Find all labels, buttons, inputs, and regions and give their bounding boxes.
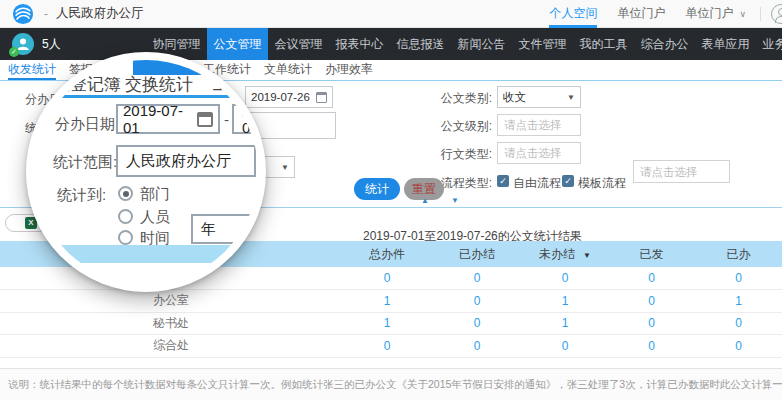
department-name: 综合处 (0, 335, 342, 358)
collapse-down-icon[interactable]: ▼ (451, 196, 459, 205)
stat-value-link[interactable]: 0 (608, 290, 695, 313)
explanation-note: 说明：统计结果中的每个统计数据对每条公文只计算一次。例如统计张三的已办公文《关于… (0, 368, 782, 400)
app-title: 人民政府办公厅 (56, 5, 144, 22)
stat-value-link[interactable]: 0 (608, 335, 695, 358)
magnified-tab-underline (34, 95, 258, 98)
nav-item-form-app[interactable]: 表单应用 (695, 28, 756, 60)
magnified-scope-label: 统计范围: (53, 153, 117, 172)
subtab-doc-stats[interactable]: 文单统计 (264, 60, 312, 80)
department-name: 秘书处 (0, 312, 342, 335)
collapse-up-icon[interactable]: ▲ (421, 196, 429, 205)
column-header-open[interactable]: 未办结▼ (522, 241, 608, 267)
magnifier-lens: 签报登记簿 交换统计 工作统计 分办日期: 2019-07-01 - 2019-… (26, 52, 266, 292)
chevron-down-icon: ▼ (567, 93, 575, 102)
radio-person (118, 209, 133, 224)
template-flow-checkbox[interactable] (562, 175, 574, 187)
nav-item-meeting[interactable]: 会议管理 (268, 28, 329, 60)
stat-value-link[interactable]: 0 (432, 335, 522, 358)
column-header-closed[interactable]: 已办结 (432, 241, 522, 267)
doc-category-select[interactable]: 收文 ▼ (497, 86, 581, 108)
column-header-done[interactable]: 已办 (695, 241, 782, 267)
stat-value-link[interactable]: 0 (608, 267, 695, 290)
stat-value-link[interactable]: 0 (432, 290, 522, 313)
sort-descending-icon[interactable]: ▼ (583, 251, 591, 260)
magnified-date-range-label: 分办日期: (55, 115, 119, 134)
doc-type-label: 行文类型: (430, 146, 492, 163)
app-logo-icon (12, 3, 34, 25)
stat-value-link[interactable]: 0 (522, 335, 608, 358)
nav-item-info-report[interactable]: 信息报送 (390, 28, 451, 60)
stat-value-link[interactable]: 1 (695, 290, 782, 313)
stat-value-link[interactable]: 0 (695, 335, 782, 358)
top-link-unit-portal-1[interactable]: 单位门户 (617, 0, 665, 28)
header-divider (760, 7, 761, 21)
nav-item-report-center[interactable]: 报表中心 (329, 28, 390, 60)
department-name: 办公室 (0, 290, 342, 313)
nav-item-document[interactable]: 公文管理 (207, 28, 268, 60)
table-row: 综合处 0 0 0 0 0 (0, 335, 782, 358)
subtab-efficiency[interactable]: 办理效率 (325, 60, 373, 80)
online-user-count: 5人 (42, 28, 61, 60)
stat-value-link[interactable]: 0 (695, 267, 782, 290)
free-flow-checkbox[interactable] (497, 175, 509, 187)
nav-item-general-office[interactable]: 综合办公 (634, 28, 695, 60)
chevron-down-icon: ▼ (281, 163, 289, 172)
stat-value-link[interactable]: 0 (432, 312, 522, 335)
doc-category-label: 公文类别: (430, 90, 492, 107)
user-avatar-icon[interactable]: ✓ (12, 33, 34, 55)
radio-time (118, 230, 133, 245)
stat-value-link[interactable]: 1 (522, 312, 608, 335)
table-row: 办公室 1 0 1 0 1 (0, 290, 782, 313)
nav-menu: 协同管理 公文管理 会议管理 报表中心 信息报送 新闻公告 文件管理 我的工具 … (146, 28, 782, 60)
radio-department-label: 部门 (140, 185, 170, 204)
magnified-date-separator: - (224, 111, 229, 128)
stat-value-link[interactable]: 1 (342, 290, 432, 313)
calendar-icon (197, 112, 213, 127)
subtab-send-receive-stats[interactable]: 收发统计 (8, 60, 56, 80)
radio-person-label: 人员 (140, 208, 170, 227)
magnified-table-header-band (34, 245, 258, 263)
column-header-total[interactable]: 总办件 (342, 241, 432, 267)
title-separator: - (44, 7, 48, 21)
magnified-date-from-input: 2019-07-01 (116, 104, 220, 134)
top-link-unit-portal-2[interactable]: 单位门户 (685, 0, 733, 28)
free-flow-label: 自由流程 (513, 175, 561, 192)
doc-level-input[interactable] (497, 114, 581, 136)
stat-value-link[interactable]: 1 (342, 312, 432, 335)
nav-item-tools[interactable]: 我的工具 (573, 28, 634, 60)
check-badge-icon: ✓ (9, 47, 19, 57)
nav-item-news[interactable]: 新闻公告 (451, 28, 512, 60)
magnified-scope-input: 人民政府办公厅 (116, 145, 256, 177)
stat-value-link[interactable]: 0 (342, 335, 432, 358)
top-link-personal-space[interactable]: 个人空间 (549, 0, 597, 28)
calendar-icon[interactable] (316, 92, 327, 103)
radio-department-selected (118, 186, 133, 201)
stat-value-link[interactable]: 0 (522, 267, 608, 290)
top-header: - 人民政府办公厅 个人空间 单位门户 单位门户 ∨ (0, 0, 782, 28)
nav-item-file[interactable]: 文件管理 (512, 28, 573, 60)
table-row: 秘书处 1 0 1 0 0 (0, 312, 782, 335)
submit-button[interactable]: 统计 (354, 178, 400, 200)
nav-item-business[interactable]: 业务系统 (756, 28, 782, 60)
date-to-input[interactable]: 2019-07-26 (245, 86, 333, 108)
person-circle-icon[interactable] (771, 4, 782, 24)
stat-value-link[interactable]: 0 (342, 267, 432, 290)
stat-value-link[interactable]: 0 (432, 267, 522, 290)
stat-value-link[interactable]: 0 (695, 312, 782, 335)
magnified-group-label: 统计到: (57, 186, 106, 205)
column-header-sent[interactable]: 已发 (608, 241, 695, 267)
doc-level-label: 公文级别: (430, 118, 492, 135)
flow-select-input[interactable] (633, 160, 730, 183)
stat-value-link[interactable]: 0 (608, 312, 695, 335)
stat-value-link[interactable]: 1 (522, 290, 608, 313)
chevron-down-icon[interactable]: ∨ (739, 9, 746, 19)
template-flow-label: 模板流程 (578, 175, 626, 192)
doc-type-input[interactable] (497, 142, 581, 164)
magnified-subtab-exchange-stats: 交换统计 (125, 73, 193, 96)
